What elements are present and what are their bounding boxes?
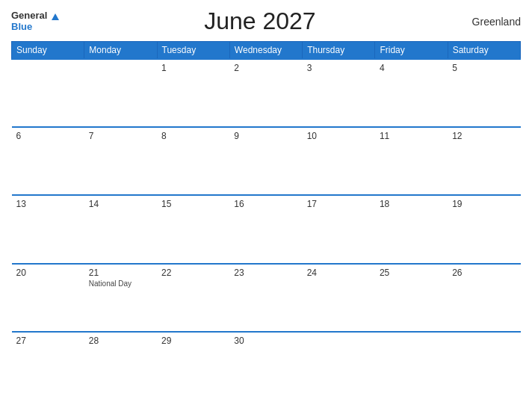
- day-cell: 20: [12, 264, 84, 332]
- day-number: 25: [380, 268, 443, 278]
- day-cell: 24: [303, 264, 375, 332]
- day-cell: [375, 332, 448, 400]
- day-cell: 18: [375, 195, 448, 263]
- day-cell: [12, 59, 84, 127]
- day-cell: 6: [12, 127, 84, 195]
- day-number: 12: [452, 131, 516, 141]
- day-cell: 12: [448, 127, 520, 195]
- weekday-header-row: Sunday Monday Tuesday Wednesday Thursday…: [12, 42, 521, 60]
- day-cell: 9: [229, 127, 302, 195]
- header-thursday: Thursday: [303, 42, 375, 60]
- week-row-3: 2021National Day2223242526: [12, 264, 521, 332]
- header-monday: Monday: [84, 42, 157, 60]
- header-friday: Friday: [375, 42, 448, 60]
- week-row-4: 27282930: [12, 332, 521, 400]
- day-number: 13: [16, 199, 80, 209]
- calendar-table: Sunday Monday Tuesday Wednesday Thursday…: [11, 41, 521, 400]
- week-row-2: 13141516171819: [12, 195, 521, 263]
- day-number: 6: [16, 131, 80, 141]
- day-cell: 30: [229, 332, 302, 400]
- day-cell: 8: [157, 127, 229, 195]
- day-cell: 1: [157, 59, 229, 127]
- day-cell: [84, 59, 157, 127]
- logo-general: General: [11, 10, 47, 21]
- day-cell: 3: [303, 59, 375, 127]
- logo: General Blue: [11, 10, 59, 32]
- day-number: 16: [234, 199, 297, 209]
- day-cell: 5: [448, 59, 520, 127]
- header-saturday: Saturday: [448, 42, 520, 60]
- day-cell: 25: [375, 264, 448, 332]
- day-number: 30: [234, 336, 297, 346]
- calendar-title: June 2027: [204, 7, 315, 35]
- day-cell: 14: [84, 195, 157, 263]
- day-number: 7: [89, 131, 152, 141]
- day-number: 26: [452, 268, 516, 278]
- day-number: 15: [161, 199, 225, 209]
- day-cell: 13: [12, 195, 84, 263]
- day-cell: 15: [157, 195, 229, 263]
- day-number: 5: [452, 63, 516, 73]
- day-cell: 2: [229, 59, 302, 127]
- week-row-0: 12345: [12, 59, 521, 127]
- day-number: 23: [234, 268, 297, 278]
- logo-triangle-icon: [52, 13, 59, 20]
- day-cell: 28: [84, 332, 157, 400]
- day-number: 1: [161, 63, 225, 73]
- day-number: 3: [307, 63, 371, 73]
- day-cell: 21National Day: [84, 264, 157, 332]
- day-number: 2: [234, 63, 297, 73]
- day-cell: 27: [12, 332, 84, 400]
- day-cell: 4: [375, 59, 448, 127]
- day-cell: 7: [84, 127, 157, 195]
- day-cell: 22: [157, 264, 229, 332]
- day-number: 20: [16, 268, 80, 278]
- calendar-body: 123456789101112131415161718192021Nationa…: [12, 59, 521, 400]
- day-cell: [303, 332, 375, 400]
- day-number: 18: [380, 199, 443, 209]
- event-label: National Day: [89, 279, 152, 288]
- day-cell: [448, 332, 520, 400]
- day-number: 19: [452, 199, 516, 209]
- day-cell: 26: [448, 264, 520, 332]
- day-cell: 11: [375, 127, 448, 195]
- week-row-1: 6789101112: [12, 127, 521, 195]
- day-number: 21: [89, 268, 152, 278]
- logo-line1: General: [11, 10, 59, 21]
- day-number: 24: [307, 268, 371, 278]
- day-number: 11: [380, 131, 443, 141]
- day-cell: 17: [303, 195, 375, 263]
- day-number: 28: [89, 336, 152, 346]
- day-number: 14: [89, 199, 152, 209]
- day-cell: 23: [229, 264, 302, 332]
- logo-blue: Blue: [11, 21, 32, 32]
- header-sunday: Sunday: [12, 42, 84, 60]
- day-number: 8: [161, 131, 225, 141]
- header-wednesday: Wednesday: [229, 42, 302, 60]
- day-cell: 10: [303, 127, 375, 195]
- day-number: 27: [16, 336, 80, 346]
- day-number: 4: [380, 63, 443, 73]
- day-number: 22: [161, 268, 225, 278]
- logo-line2: Blue: [11, 22, 59, 32]
- day-number: 9: [234, 131, 297, 141]
- day-cell: 19: [448, 195, 520, 263]
- calendar-thead: Sunday Monday Tuesday Wednesday Thursday…: [12, 42, 521, 60]
- header-tuesday: Tuesday: [157, 42, 229, 60]
- calendar-header: General Blue June 2027 Greenland: [11, 7, 521, 35]
- day-number: 29: [161, 336, 225, 346]
- day-cell: 16: [229, 195, 302, 263]
- day-cell: 29: [157, 332, 229, 400]
- day-number: 17: [307, 199, 371, 209]
- calendar-region: Greenland: [461, 16, 521, 28]
- calendar-container: General Blue June 2027 Greenland Sunday …: [0, 0, 532, 411]
- day-number: 10: [307, 131, 371, 141]
